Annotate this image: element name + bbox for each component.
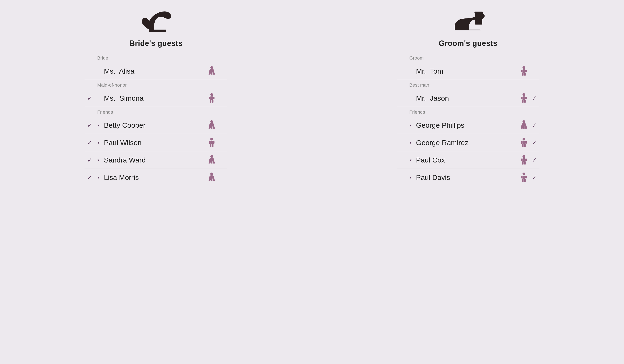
svg-point-8 <box>210 138 213 141</box>
section-label: Bride <box>97 55 227 61</box>
male-person-icon <box>519 93 529 103</box>
male-person-icon <box>206 93 217 103</box>
svg-rect-2 <box>210 97 213 100</box>
guest-row: ✓▾Betty Cooper ✓ <box>84 117 227 134</box>
guest-row: ✓▾George Ramirez ✓ <box>397 134 540 151</box>
svg-rect-47 <box>521 176 522 178</box>
guest-row: ✓Mr. Tom ✓ <box>397 63 540 80</box>
guest-name: Mr. Tom <box>415 67 519 75</box>
check-right-icon[interactable]: ✓ <box>529 122 540 129</box>
check-left-icon[interactable]: ✓ <box>84 174 95 181</box>
male-person-icon <box>519 66 529 76</box>
svg-rect-11 <box>212 144 214 147</box>
section-2: Friends✓▾George Phillips ✓✓▾George Ramir… <box>397 109 540 186</box>
section-label: Friends <box>409 109 540 115</box>
svg-rect-39 <box>522 161 523 165</box>
svg-rect-27 <box>524 99 526 103</box>
svg-rect-17 <box>474 12 483 14</box>
svg-rect-12 <box>209 141 210 144</box>
check-left-icon[interactable]: ✓ <box>84 95 95 102</box>
check-right-icon[interactable]: ✓ <box>529 157 540 164</box>
female-person-icon <box>519 120 529 130</box>
svg-rect-6 <box>213 97 215 99</box>
svg-point-24 <box>522 93 525 96</box>
svg-point-14 <box>210 155 213 158</box>
svg-rect-29 <box>525 97 527 99</box>
guest-name: Sandra Ward <box>102 156 206 164</box>
svg-rect-21 <box>524 73 526 76</box>
svg-rect-16 <box>475 12 482 24</box>
svg-rect-23 <box>525 70 527 72</box>
svg-rect-34 <box>524 144 526 147</box>
guest-row: ✓Mr. Jason ✓ <box>397 90 540 107</box>
guest-row: ✓▾Paul Cox ✓ <box>397 151 540 169</box>
guest-name: Paul Wilson <box>102 139 206 147</box>
check-right-icon[interactable]: ✓ <box>529 95 540 102</box>
svg-rect-33 <box>522 144 523 147</box>
svg-rect-32 <box>522 141 525 145</box>
svg-rect-35 <box>521 141 522 144</box>
section-1: Maid-of-honor✓Ms. Simona ✓ <box>84 82 227 107</box>
section-0: Groom✓Mr. Tom ✓ <box>397 55 540 80</box>
svg-rect-38 <box>522 158 525 162</box>
bride-panel: Bride's guests Bride✓Ms. Alisa ✓Maid-of-… <box>0 0 312 364</box>
svg-rect-5 <box>209 97 210 99</box>
svg-rect-19 <box>522 69 525 73</box>
svg-point-37 <box>522 155 525 158</box>
dropdown-arrow-icon[interactable]: ▾ <box>95 175 102 179</box>
main-container: Bride's guests Bride✓Ms. Alisa ✓Maid-of-… <box>0 0 624 364</box>
check-left-icon[interactable]: ✓ <box>84 122 95 129</box>
check-right-icon[interactable]: ✓ <box>529 139 540 146</box>
check-left-icon[interactable]: ✓ <box>84 139 95 146</box>
bride-panel-title: Bride's guests <box>129 39 182 48</box>
guest-name: Betty Cooper <box>102 121 206 129</box>
groom-panel-title: Groom's guests <box>439 39 497 48</box>
guest-name: Mr. Jason <box>415 94 519 102</box>
svg-rect-45 <box>522 179 523 182</box>
female-person-icon <box>206 120 217 130</box>
dropdown-arrow-icon[interactable]: ▾ <box>407 123 415 127</box>
section-label: Friends <box>97 109 227 115</box>
guest-row: ✓▾Paul Wilson ✓ <box>84 134 227 151</box>
dropdown-arrow-icon[interactable]: ▾ <box>95 158 102 162</box>
guest-name: Ms. Alisa <box>102 67 206 75</box>
svg-rect-4 <box>212 99 214 103</box>
svg-rect-13 <box>213 141 215 144</box>
svg-rect-41 <box>521 159 522 161</box>
svg-rect-48 <box>525 176 527 178</box>
guest-row: ✓▾Paul Davis ✓ <box>397 169 540 186</box>
guest-name: Paul Davis <box>415 173 519 182</box>
groom-shoe-icon <box>451 8 485 36</box>
dropdown-arrow-icon[interactable]: ▾ <box>407 175 415 179</box>
svg-point-1 <box>210 93 213 96</box>
female-person-icon <box>206 155 217 165</box>
guest-row: ✓▾George Phillips ✓ <box>397 117 540 134</box>
dropdown-arrow-icon[interactable]: ▾ <box>407 141 415 145</box>
dropdown-arrow-icon[interactable]: ▾ <box>95 123 102 127</box>
male-person-icon <box>206 137 217 148</box>
guest-name: Ms. Simona <box>102 94 206 102</box>
check-left-icon[interactable]: ✓ <box>84 157 95 164</box>
svg-point-18 <box>522 66 525 69</box>
dropdown-arrow-icon[interactable]: ▾ <box>407 158 415 162</box>
svg-rect-25 <box>522 97 525 100</box>
dropdown-arrow-icon[interactable]: ▾ <box>95 141 102 145</box>
male-person-icon <box>519 137 529 148</box>
svg-point-31 <box>522 138 525 141</box>
svg-rect-20 <box>522 73 523 76</box>
svg-rect-22 <box>521 70 522 72</box>
guest-row: ✓▾Lisa Morris ✓ <box>84 169 227 186</box>
section-0: Bride✓Ms. Alisa ✓ <box>84 55 227 80</box>
svg-point-30 <box>522 120 525 123</box>
svg-rect-28 <box>521 97 522 99</box>
svg-rect-3 <box>210 99 211 103</box>
male-person-icon <box>519 155 529 165</box>
guest-name: Lisa Morris <box>102 173 206 182</box>
bride-shoe-icon <box>139 8 173 36</box>
svg-point-15 <box>210 172 213 175</box>
female-person-icon <box>206 66 217 76</box>
guest-row: ✓Ms. Alisa ✓ <box>84 63 227 80</box>
check-right-icon[interactable]: ✓ <box>529 174 540 181</box>
svg-rect-36 <box>525 141 527 144</box>
section-label: Groom <box>409 55 540 61</box>
